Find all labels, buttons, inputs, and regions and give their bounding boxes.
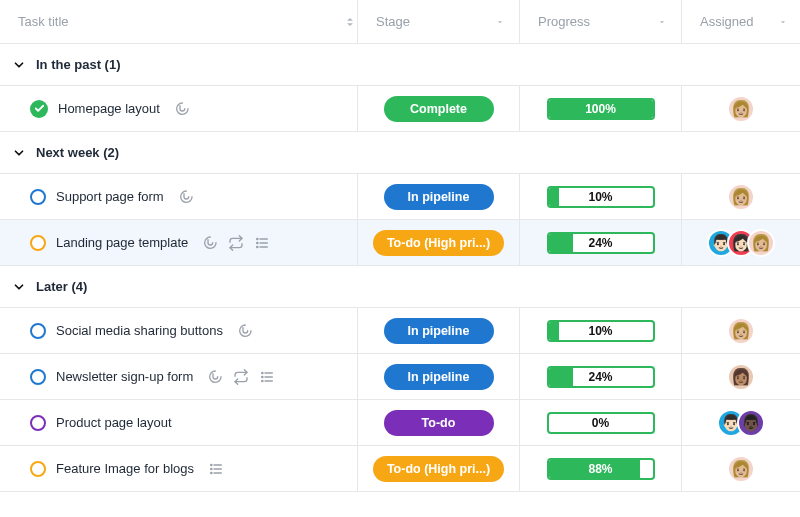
avatar[interactable]: 👩🏼 <box>747 229 775 257</box>
avatar[interactable]: 👩🏼 <box>727 183 755 211</box>
progress-bar: 24% <box>547 232 655 254</box>
cell-assigned[interactable]: 👩🏽 <box>682 354 800 399</box>
assignees[interactable]: 👩🏽 <box>727 363 755 391</box>
cell-assigned[interactable]: 👩🏼 <box>682 446 800 491</box>
column-header-title-label: Task title <box>18 14 343 29</box>
svg-point-3 <box>257 238 258 239</box>
cell-progress[interactable]: 88% <box>520 446 682 491</box>
column-header-stage[interactable]: Stage <box>358 0 520 43</box>
task-title: Newsletter sign-up form <box>56 369 193 384</box>
status-ring-icon <box>30 235 46 251</box>
cell-assigned[interactable]: 👩🏼 <box>682 174 800 219</box>
status-ring-icon <box>30 415 46 431</box>
task-row[interactable]: Homepage layoutComplete100%👩🏼 <box>0 86 800 132</box>
cell-title[interactable]: Product page layout <box>0 400 358 445</box>
task-title: Feature Image for blogs <box>56 461 194 476</box>
task-row[interactable]: Landing page templateTo-do (High pri...)… <box>0 220 800 266</box>
progress-text: 10% <box>549 322 653 340</box>
assignees[interactable]: 👩🏼 <box>727 317 755 345</box>
task-row[interactable]: Newsletter sign-up formIn pipeline24%👩🏽 <box>0 354 800 400</box>
attachment-icon <box>207 369 223 385</box>
cell-title[interactable]: Feature Image for blogs <box>0 446 358 491</box>
avatar[interactable]: 👩🏼 <box>727 95 755 123</box>
group-header[interactable]: Later (4) <box>0 266 800 308</box>
svg-point-4 <box>257 242 258 243</box>
column-header-title[interactable]: Task title <box>0 0 358 43</box>
cell-title[interactable]: Social media sharing buttons <box>0 308 358 353</box>
stage-pill: To-do <box>384 410 494 436</box>
svg-point-15 <box>211 464 212 465</box>
group-header[interactable]: In the past (1) <box>0 44 800 86</box>
repeat-icon <box>228 235 244 251</box>
cell-assigned[interactable]: 👩🏼 <box>682 308 800 353</box>
cell-stage[interactable]: In pipeline <box>358 354 520 399</box>
cell-title[interactable]: Support page form <box>0 174 358 219</box>
caret-down-icon[interactable] <box>778 17 788 27</box>
group-label: Next week (2) <box>36 145 119 160</box>
assignees[interactable]: 👩🏼 <box>727 455 755 483</box>
task-row[interactable]: Feature Image for blogsTo-do (High pri..… <box>0 446 800 492</box>
stage-pill: In pipeline <box>384 184 494 210</box>
cell-stage[interactable]: In pipeline <box>358 308 520 353</box>
cell-progress[interactable]: 100% <box>520 86 682 131</box>
column-header-stage-label: Stage <box>376 14 495 29</box>
column-header-progress[interactable]: Progress <box>520 0 682 43</box>
progress-bar: 0% <box>547 412 655 434</box>
sort-icon[interactable] <box>343 15 357 29</box>
task-row[interactable]: Social media sharing buttonsIn pipeline1… <box>0 308 800 354</box>
cell-stage[interactable]: To-do (High pri...) <box>358 220 520 265</box>
progress-text: 24% <box>549 234 653 252</box>
chevron-down-icon <box>12 280 26 294</box>
cell-progress[interactable]: 24% <box>520 354 682 399</box>
caret-down-icon[interactable] <box>657 17 667 27</box>
cell-stage[interactable]: In pipeline <box>358 174 520 219</box>
group-label: In the past (1) <box>36 57 121 72</box>
task-title: Landing page template <box>56 235 188 250</box>
assignees[interactable]: 👩🏼 <box>727 183 755 211</box>
cell-stage[interactable]: To-do (High pri...) <box>358 446 520 491</box>
assignees[interactable]: 👨🏻👨🏿 <box>717 409 765 437</box>
chevron-down-icon <box>12 146 26 160</box>
avatar[interactable]: 👩🏽 <box>727 363 755 391</box>
status-ring-icon <box>30 369 46 385</box>
avatar[interactable]: 👨🏿 <box>737 409 765 437</box>
column-header-assigned[interactable]: Assigned <box>682 0 800 43</box>
stage-pill: To-do (High pri...) <box>373 456 504 482</box>
cell-progress[interactable]: 0% <box>520 400 682 445</box>
group-header[interactable]: Next week (2) <box>0 132 800 174</box>
repeat-icon <box>233 369 249 385</box>
svg-point-10 <box>262 376 263 377</box>
task-title: Homepage layout <box>58 101 160 116</box>
cell-stage[interactable]: To-do <box>358 400 520 445</box>
assignees[interactable]: 👩🏼 <box>727 95 755 123</box>
cell-title[interactable]: Homepage layout <box>0 86 358 131</box>
status-ring-icon <box>30 189 46 205</box>
cell-title[interactable]: Landing page template <box>0 220 358 265</box>
progress-text: 24% <box>549 368 653 386</box>
cell-assigned[interactable]: 👨🏻👨🏿 <box>682 400 800 445</box>
avatar[interactable]: 👩🏼 <box>727 455 755 483</box>
progress-bar: 10% <box>547 320 655 342</box>
attachment-icon <box>174 101 190 117</box>
caret-down-icon[interactable] <box>495 17 505 27</box>
group-label: Later (4) <box>36 279 87 294</box>
assignees[interactable]: 👨🏻👩🏻👩🏼 <box>707 229 775 257</box>
status-ring-icon <box>30 323 46 339</box>
cell-assigned[interactable]: 👨🏻👩🏻👩🏼 <box>682 220 800 265</box>
status-ring-icon <box>30 461 46 477</box>
svg-point-9 <box>262 372 263 373</box>
cell-stage[interactable]: Complete <box>358 86 520 131</box>
progress-bar: 88% <box>547 458 655 480</box>
progress-text: 10% <box>549 188 653 206</box>
list-icon <box>259 369 275 385</box>
avatar[interactable]: 👩🏼 <box>727 317 755 345</box>
cell-progress[interactable]: 10% <box>520 174 682 219</box>
cell-assigned[interactable]: 👩🏼 <box>682 86 800 131</box>
task-row[interactable]: Product page layoutTo-do0%👨🏻👨🏿 <box>0 400 800 446</box>
progress-bar: 100% <box>547 98 655 120</box>
cell-progress[interactable]: 10% <box>520 308 682 353</box>
task-row[interactable]: Support page formIn pipeline10%👩🏼 <box>0 174 800 220</box>
cell-title[interactable]: Newsletter sign-up form <box>0 354 358 399</box>
progress-text: 88% <box>549 460 653 478</box>
cell-progress[interactable]: 24% <box>520 220 682 265</box>
